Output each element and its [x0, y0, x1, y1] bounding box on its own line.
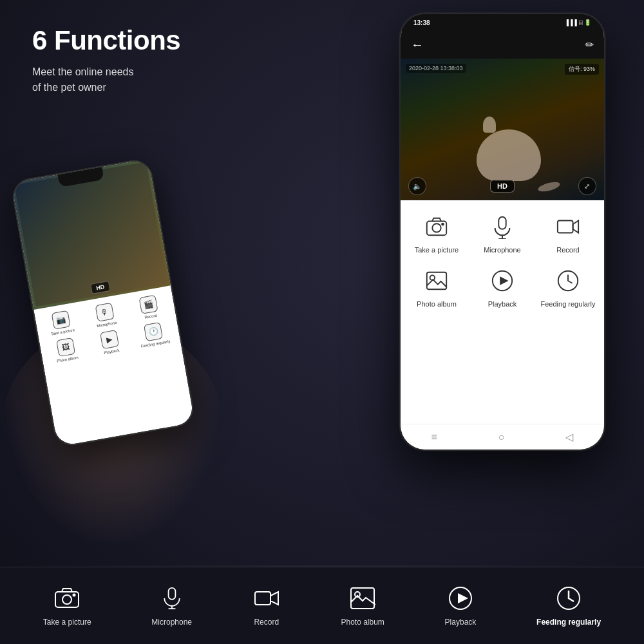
- bottom-bar: Take a picture Microphone: [0, 567, 644, 644]
- page-content: 6 Functions Meet the online needs of the…: [0, 0, 644, 644]
- battery-icon: 🔋: [584, 19, 591, 26]
- func-mic-label: Microphone: [484, 245, 520, 254]
- bottom-camera-label: Take a picture: [43, 618, 91, 628]
- func-photo[interactable]: Photo album: [407, 267, 466, 308]
- small-record-icon: 🎬: [139, 294, 158, 314]
- camera-icon: [424, 214, 449, 239]
- bottom-func-camera[interactable]: Take a picture: [43, 584, 91, 628]
- photo-icon: [424, 269, 449, 293]
- bottom-camera-icon: [53, 584, 81, 612]
- small-mic-icon: 🎙: [95, 302, 114, 321]
- bottom-func-photo[interactable]: Photo album: [341, 584, 384, 628]
- function-grid: Take a picture Microphone: [401, 200, 604, 322]
- func-photo-icon-box: [420, 267, 453, 294]
- bottom-func-mic[interactable]: Microphone: [151, 584, 192, 628]
- func-feeding[interactable]: Feeding regularly: [538, 267, 598, 308]
- func-feed-label: Feeding regularly: [541, 299, 596, 308]
- bottom-playback-label: Playback: [445, 618, 477, 628]
- small-camera-icon: 📷: [51, 310, 70, 329]
- bottom-mic-label: Microphone: [151, 618, 192, 628]
- video-timestamp: 2020-02-28 13:38:03: [406, 64, 466, 73]
- func-microphone[interactable]: Microphone: [473, 213, 532, 254]
- status-bar: 13:38 ▐▐▐ ⌸ 🔋: [401, 14, 604, 31]
- svg-point-2: [442, 223, 444, 225]
- bottom-func-feeding[interactable]: Feeding regularly: [536, 584, 601, 628]
- func-playback[interactable]: Playback: [473, 267, 532, 308]
- small-photo-icon: 🖼: [56, 337, 75, 357]
- bottom-mic-icon: [158, 584, 186, 612]
- func-record-label: Record: [556, 245, 579, 254]
- bottom-feed-icon: [554, 584, 583, 612]
- nav-home[interactable]: ○: [498, 431, 505, 443]
- svg-point-14: [73, 594, 75, 596]
- hd-badge[interactable]: HD: [490, 180, 515, 193]
- func-camera-label: Take a picture: [415, 245, 459, 254]
- bottom-func-record[interactable]: Record: [252, 584, 281, 628]
- svg-rect-18: [255, 592, 270, 605]
- bottom-photo-label: Photo album: [341, 618, 384, 628]
- signal-bars-icon: ▐▐▐: [565, 19, 577, 26]
- volume-button[interactable]: 🔈: [408, 177, 426, 195]
- func-playback-icon-box: [486, 267, 519, 294]
- microphone-icon: [490, 214, 515, 239]
- small-feed-icon: 🕐: [144, 322, 163, 341]
- func-photo-label: Photo album: [417, 299, 457, 308]
- svg-marker-22: [458, 593, 468, 603]
- phone-bottom-nav: ≡ ○ ◁: [401, 424, 604, 450]
- playback-icon: [490, 269, 515, 293]
- nav-menu[interactable]: ≡: [431, 431, 437, 443]
- func-record[interactable]: Record: [538, 213, 598, 254]
- func-mic-icon-box: [486, 213, 519, 240]
- bottom-record-label: Record: [254, 618, 279, 628]
- video-controls: 🔈 HD ⤢: [401, 177, 604, 195]
- func-feed-icon-box: [551, 267, 585, 294]
- fullscreen-button[interactable]: ⤢: [578, 177, 596, 195]
- small-btn-camera: 📷 Take a picture: [40, 308, 82, 337]
- small-btn-record: 🎬 Record: [128, 292, 170, 321]
- func-camera-icon-box: [420, 213, 453, 240]
- status-time: 13:38: [413, 19, 430, 26]
- func-camera[interactable]: Take a picture: [407, 213, 466, 254]
- wifi-icon: ⌸: [579, 19, 582, 26]
- bottom-photo-icon: [348, 584, 377, 612]
- bottom-playback-icon: [446, 584, 475, 612]
- page-subtitle: Meet the online needs of the pet owner: [32, 64, 180, 95]
- svg-rect-7: [427, 272, 446, 290]
- func-playback-label: Playback: [488, 299, 517, 308]
- phone-main: 13:38 ▐▐▐ ⌸ 🔋 ← ✏ 2020-02-28 13:38:03: [399, 13, 605, 451]
- svg-marker-10: [500, 277, 508, 285]
- video-feed: 2020-02-28 13:38:03 信号: 93% 🔈 HD ⤢: [401, 59, 604, 200]
- bottom-func-playback[interactable]: Playback: [445, 584, 477, 628]
- main-phone-screen: ← ✏ 2020-02-28 13:38:03 信号: 93% 🔈 HD ⤢: [401, 31, 604, 450]
- svg-rect-6: [558, 221, 573, 233]
- top-text-section: 6 Functions Meet the online needs of the…: [32, 26, 180, 95]
- back-button[interactable]: ←: [411, 37, 424, 52]
- status-icons: ▐▐▐ ⌸ 🔋: [565, 19, 591, 26]
- feeding-clock-icon: [556, 269, 580, 293]
- small-btn-playback: ▶ Playback: [89, 328, 131, 357]
- small-playback-icon: ▶: [100, 330, 119, 349]
- svg-point-13: [62, 595, 71, 604]
- bottom-record-icon: [252, 584, 281, 612]
- func-record-icon-box: [551, 213, 585, 240]
- svg-point-1: [432, 223, 440, 232]
- small-btn-feed: 🕐 Feeding regularly: [133, 320, 175, 349]
- page-title: 6 Functions: [32, 26, 180, 55]
- bottom-feed-label: Feeding regularly: [536, 618, 601, 628]
- edit-button[interactable]: ✏: [585, 39, 594, 51]
- svg-rect-15: [168, 588, 175, 600]
- app-header: ← ✏: [401, 31, 604, 59]
- small-btn-photo: 🖼 Photo album: [44, 336, 87, 365]
- record-icon: [556, 214, 580, 239]
- nav-back[interactable]: ◁: [565, 431, 573, 443]
- small-btn-mic: 🎙 Microphone: [84, 300, 126, 329]
- video-signal: 信号: 93%: [565, 64, 599, 75]
- svg-rect-3: [498, 217, 506, 229]
